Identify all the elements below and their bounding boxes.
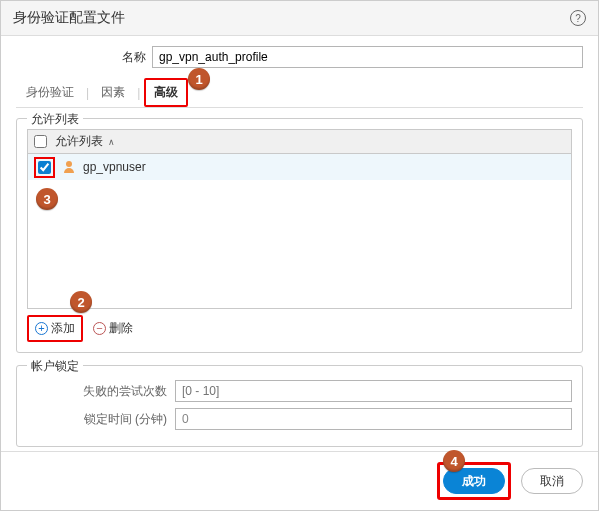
tab-advanced[interactable]: 高级 (144, 78, 188, 107)
callout-badge-3: 3 (36, 188, 58, 210)
allow-list-legend: 允许列表 (27, 111, 83, 128)
cancel-button[interactable]: 取消 (521, 468, 583, 494)
tab-auth[interactable]: 身份验证 (16, 78, 84, 107)
tabs: 身份验证 | 因素 | 高级 (16, 78, 583, 108)
duration-row: 锁定时间 (分钟) (67, 408, 572, 430)
lockout-fieldset: 帐户锁定 失败的尝试次数 锁定时间 (分钟) (16, 365, 583, 447)
allow-list-fieldset: 允许列表 允许列表 ∧ gp_vpnuser (16, 118, 583, 353)
table-header: 允许列表 ∧ (28, 130, 571, 154)
dialog-footer: 成功 取消 (1, 451, 598, 510)
tab-separator: | (84, 86, 91, 100)
add-button[interactable]: + 添加 (27, 315, 83, 342)
user-icon (63, 161, 75, 173)
dialog-header: 身份验证配置文件 ? (1, 1, 598, 36)
column-header-allowlist[interactable]: 允许列表 ∧ (55, 133, 115, 150)
help-icon[interactable]: ? (570, 10, 586, 26)
dialog: 身份验证配置文件 ? 名称 身份验证 | 因素 | 高级 允许列表 允许列表 ∧ (0, 0, 599, 511)
attempts-row: 失败的尝试次数 (67, 380, 572, 402)
row-checkbox[interactable] (38, 161, 51, 174)
callout-badge-1: 1 (188, 68, 210, 90)
delete-button[interactable]: − 删除 (93, 320, 133, 337)
allow-list-table: 允许列表 ∧ gp_vpnuser (27, 129, 572, 309)
attempts-label: 失败的尝试次数 (67, 383, 167, 400)
lockout-legend: 帐户锁定 (27, 358, 83, 375)
row-name: gp_vpnuser (83, 160, 146, 174)
callout-badge-2: 2 (70, 291, 92, 313)
attempts-input[interactable] (175, 380, 572, 402)
name-label: 名称 (106, 49, 146, 66)
minus-icon: − (93, 322, 106, 335)
plus-icon: + (35, 322, 48, 335)
table-body: gp_vpnuser (28, 154, 571, 308)
tab-factor[interactable]: 因素 (91, 78, 135, 107)
select-all-checkbox[interactable] (34, 135, 47, 148)
name-row: 名称 (106, 46, 583, 68)
dialog-body: 名称 身份验证 | 因素 | 高级 允许列表 允许列表 ∧ (1, 36, 598, 451)
table-actions: + 添加 − 删除 (27, 315, 572, 342)
dialog-title: 身份验证配置文件 (13, 9, 125, 27)
tab-separator: | (135, 86, 142, 100)
name-input[interactable] (152, 46, 583, 68)
sort-asc-icon: ∧ (108, 137, 115, 147)
duration-label: 锁定时间 (分钟) (67, 411, 167, 428)
table-row[interactable]: gp_vpnuser (28, 154, 571, 180)
row-checkbox-highlight (34, 157, 55, 178)
callout-badge-4: 4 (443, 450, 465, 472)
duration-input[interactable] (175, 408, 572, 430)
